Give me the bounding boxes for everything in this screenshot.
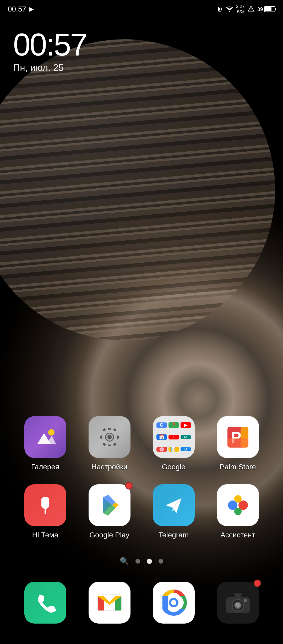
telegram-label: Telegram [159,531,189,539]
camera-badge [254,580,261,587]
camera-svg [225,591,251,614]
page-indicators: 🔍 [0,557,283,565]
palm-store-icon: P [217,416,259,458]
google-folder-label: Google [162,463,185,471]
warning-icon [247,5,255,13]
telegram-icon [153,484,195,526]
app-grid: Галерея Настро [0,416,283,552]
chrome-icon [153,582,195,624]
google-play-icon [89,484,130,526]
clock-date: Пн, июл. 25 [13,62,86,73]
assistant-svg [225,492,251,518]
svg-point-37 [236,603,237,605]
app-row-2: Hi Тема [13,484,270,539]
app-row-1: Галерея Настро [13,416,270,471]
svg-point-5 [251,10,251,11]
chrome-svg [159,588,188,617]
status-left: 00:57 ▶ [8,5,34,13]
app-hi-tema[interactable]: Hi Тема [19,484,72,539]
dock-chrome[interactable] [148,582,200,628]
google-folder-icon: G 📍 ▶ 📅 ♪ M [153,416,195,458]
page-dot-2 [147,559,152,564]
wifi-icon [226,6,233,12]
svg-rect-17 [45,509,46,514]
settings-svg [98,425,121,449]
palm-store-svg: P [225,424,251,450]
google-play-label: Google Play [89,531,129,539]
clock-time: 00:57 [13,29,86,60]
assistant-icon [217,484,259,526]
google-play-svg [98,493,121,517]
app-google-play[interactable]: Google Play [83,484,136,539]
telegram-svg [162,493,186,517]
gallery-svg [34,427,57,448]
app-settings[interactable]: Настройки [83,416,136,471]
settings-label: Настройки [91,463,127,471]
svg-rect-14 [227,438,248,448]
battery-fill [265,7,271,11]
gmail-icon [89,582,130,624]
battery-container: 39 [257,6,275,12]
svg-rect-3 [221,8,222,10]
dock-camera[interactable] [212,582,264,628]
svg-point-21 [234,495,242,503]
dock-phone[interactable] [19,582,72,628]
search-page-icon[interactable]: 🔍 [120,557,129,565]
svg-point-31 [171,600,176,605]
svg-point-22 [234,508,242,515]
dock [0,582,283,628]
network-speed: 2.27K/S [236,4,245,14]
app-telegram[interactable]: Telegram [148,484,200,539]
assistant-label: Ассистент [220,531,255,539]
play-icon: ▶ [29,6,34,13]
status-bar: 00:57 ▶ 2.27K/S 39 [0,0,283,18]
svg-rect-1 [219,8,220,10]
status-right: 2.27K/S 39 [217,4,275,14]
battery-percent: 39 [257,6,263,12]
svg-point-10 [107,435,112,439]
phone-svg [35,592,56,613]
settings-icon [89,416,130,458]
page-dot-3 [159,559,163,564]
palm-store-label: Palm Store [220,463,256,471]
hi-tema-icon [24,484,66,526]
app-palm-store[interactable]: P Palm Store [212,416,264,471]
page-dot-1 [135,559,140,564]
hi-tema-svg [34,493,57,517]
gmail-svg [96,592,123,613]
google-play-badge [125,482,133,489]
phone-icon [24,582,66,624]
gallery-icon [24,416,66,458]
app-gallery[interactable]: Галерея [19,416,72,471]
svg-rect-38 [244,599,247,602]
app-assistant[interactable]: Ассистент [212,484,264,539]
dock-gmail[interactable] [83,582,136,628]
svg-rect-2 [218,8,218,10]
vibrate-icon [217,6,223,12]
status-time: 00:57 [8,5,26,13]
svg-rect-16 [43,508,47,509]
svg-point-8 [48,429,55,436]
hi-tema-label: Hi Тема [32,531,58,539]
battery-icon [264,6,275,12]
gallery-label: Галерея [31,463,59,471]
camera-icon [217,582,259,624]
app-google-folder[interactable]: G 📍 ▶ 📅 ♪ M [148,416,200,471]
clock-section: 00:57 Пн, июл. 25 [13,29,86,73]
